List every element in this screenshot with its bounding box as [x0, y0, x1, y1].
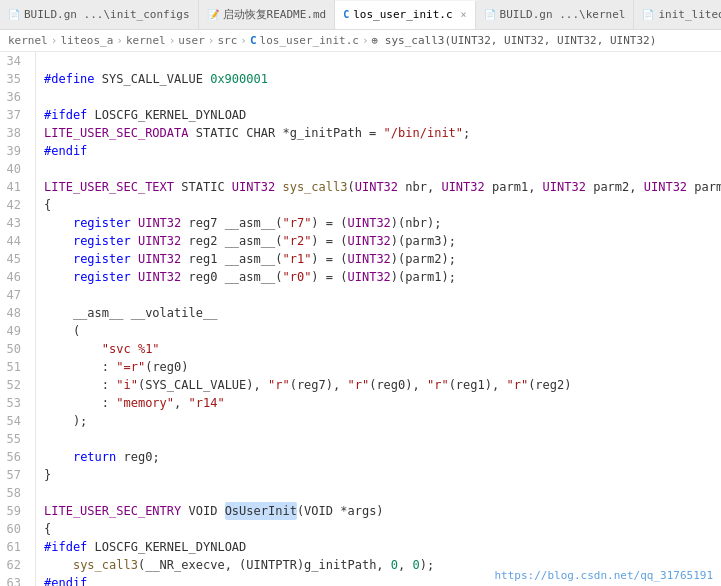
- tab-file-icon: 📝: [207, 9, 219, 20]
- line-number: 50: [0, 340, 27, 358]
- tab-file-icon: C: [343, 9, 349, 20]
- tab-file-icon: 📄: [8, 9, 20, 20]
- token-plain: }: [44, 466, 51, 484]
- token-number: 0: [413, 556, 420, 574]
- token-plain: __asm__ __volatile__: [44, 304, 217, 322]
- line-number: 35: [0, 70, 27, 88]
- token-string: "memory": [116, 394, 174, 412]
- token-plain: [275, 178, 282, 196]
- code-line: : "memory", "r14": [44, 394, 721, 412]
- token-macro: LITE_USER_SEC_TEXT: [44, 178, 174, 196]
- breadcrumb-part: liteos_a: [60, 34, 113, 47]
- breadcrumb-separator: ›: [51, 34, 58, 47]
- code-line: [44, 430, 721, 448]
- tab-file-icon: 📄: [484, 9, 496, 20]
- token-plain: )(parm3);: [391, 232, 456, 250]
- tab-tab3[interactable]: Clos_user_init.c×: [335, 1, 475, 30]
- code-line: {: [44, 520, 721, 538]
- breadcrumb: kernel›liteos_a›kernel›user›src›C los_us…: [0, 30, 721, 52]
- token-plain: [44, 268, 73, 286]
- token-highlighted-function: OsUserInit: [225, 502, 297, 520]
- code-content[interactable]: #define SYS_CALL_VALUE 0x900001 #ifdef L…: [36, 52, 721, 586]
- token-macro: LITE_USER_SEC_RODATA: [44, 124, 189, 142]
- code-line: register UINT32 reg1 __asm__("r1") = (UI…: [44, 250, 721, 268]
- line-number: 57: [0, 466, 27, 484]
- token-plain: reg0 __asm__(: [181, 268, 282, 286]
- token-plain: parm2,: [586, 178, 644, 196]
- tab-close-button[interactable]: ×: [461, 9, 467, 20]
- token-string: "r2": [282, 232, 311, 250]
- token-plain: (reg2): [528, 376, 571, 394]
- code-line: register UINT32 reg2 __asm__("r2") = (UI…: [44, 232, 721, 250]
- token-plain: :: [44, 376, 116, 394]
- line-number: 61: [0, 538, 27, 556]
- token-plain: ;: [463, 124, 470, 142]
- token-plain: [44, 232, 73, 250]
- token-plain: :: [44, 358, 116, 376]
- token-string: "r7": [282, 214, 311, 232]
- token-plain: VOID: [181, 502, 224, 520]
- line-number: 54: [0, 412, 27, 430]
- token-plain: parm1,: [485, 178, 543, 196]
- breadcrumb-function: ⊕ sys_call3(UINT32, UINT32, UINT32, UINT…: [372, 34, 657, 47]
- token-plain: [131, 232, 138, 250]
- token-macro: UINT32: [347, 268, 390, 286]
- tab-tab4[interactable]: 📄BUILD.gn ...\kernel: [476, 0, 635, 29]
- breadcrumb-part: kernel: [8, 34, 48, 47]
- token-plain: (: [44, 322, 80, 340]
- line-number: 53: [0, 394, 27, 412]
- token-plain: (reg0): [145, 358, 188, 376]
- token-string: "r": [347, 376, 369, 394]
- token-plain: )(parm2);: [391, 250, 456, 268]
- code-line: }: [44, 466, 721, 484]
- token-preprocessor: #ifdef: [44, 538, 87, 556]
- code-line: : "i"(SYS_CALL_VALUE), "r"(reg7), "r"(re…: [44, 376, 721, 394]
- line-number: 41: [0, 178, 27, 196]
- token-keyword: return: [73, 448, 116, 466]
- code-line: #ifdef LOSCFG_KERNEL_DYNLOAD: [44, 106, 721, 124]
- token-plain: [131, 268, 138, 286]
- token-string: "svc %1": [102, 340, 160, 358]
- tab-tab5[interactable]: 📄init_liteos_a_3518ev300.cfg: [634, 0, 721, 29]
- line-number: 42: [0, 196, 27, 214]
- token-plain: ,: [398, 556, 412, 574]
- line-number: 47: [0, 286, 27, 304]
- token-preprocessor: #ifdef: [44, 106, 87, 124]
- tab-tab1[interactable]: 📄BUILD.gn ...\init_configs: [0, 0, 199, 29]
- token-plain: )(nbr);: [391, 214, 442, 232]
- token-string: "r": [506, 376, 528, 394]
- token-plain: );: [44, 412, 87, 430]
- token-plain: ) = (: [311, 268, 347, 286]
- line-number: 58: [0, 484, 27, 502]
- tab-tab2[interactable]: 📝启动恢复README.md: [199, 0, 336, 29]
- token-plain: reg2 __asm__(: [181, 232, 282, 250]
- token-keyword: register: [73, 214, 131, 232]
- line-number: 59: [0, 502, 27, 520]
- token-plain: ) = (: [311, 232, 347, 250]
- line-number: 43: [0, 214, 27, 232]
- token-plain: (reg7),: [290, 376, 348, 394]
- token-keyword: register: [73, 250, 131, 268]
- token-plain: STATIC: [174, 178, 232, 196]
- token-string: "=r": [116, 358, 145, 376]
- breadcrumb-separator: ›: [240, 34, 247, 47]
- token-macro: UINT32: [347, 232, 390, 250]
- code-line: __asm__ __volatile__: [44, 304, 721, 322]
- code-line: [44, 52, 721, 70]
- token-string: "r": [268, 376, 290, 394]
- token-macro: UINT32: [441, 178, 484, 196]
- breadcrumb-part: user: [178, 34, 205, 47]
- tab-label: BUILD.gn ...\init_configs: [24, 8, 190, 21]
- token-plain: [44, 340, 102, 358]
- breadcrumb-lang-icon: C: [250, 34, 257, 47]
- breadcrumb-separator: ›: [208, 34, 215, 47]
- code-line: register UINT32 reg7 __asm__("r7") = (UI…: [44, 214, 721, 232]
- line-number: 52: [0, 376, 27, 394]
- token-macro: UINT32: [644, 178, 687, 196]
- token-plain: reg0;: [116, 448, 159, 466]
- token-plain: [131, 214, 138, 232]
- token-plain: [44, 448, 73, 466]
- code-line: register UINT32 reg0 __asm__("r0") = (UI…: [44, 268, 721, 286]
- token-string: "/bin/init": [384, 124, 463, 142]
- token-plain: {: [44, 520, 51, 538]
